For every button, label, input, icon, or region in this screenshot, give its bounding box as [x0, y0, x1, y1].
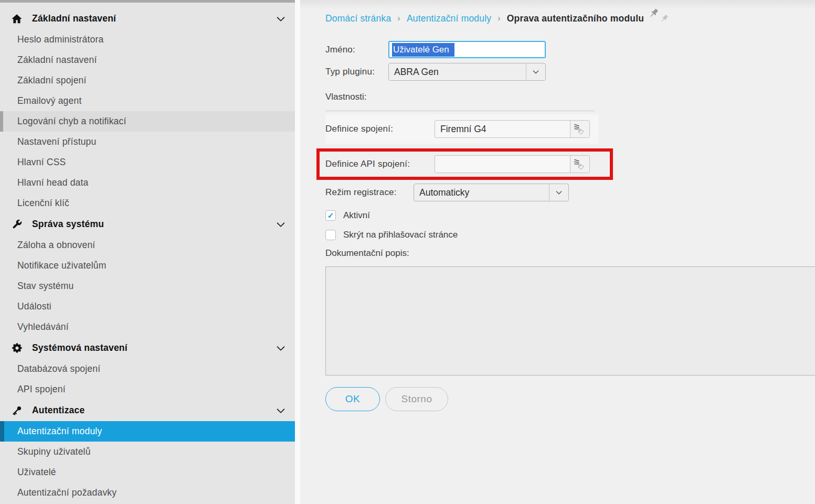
- connection-row: Definice spojení: Firemní G4 ☜: [325, 114, 598, 144]
- connection-field: Firemní G4 ☜: [435, 120, 590, 138]
- registration-mode-select[interactable]: Automaticky: [414, 184, 569, 201]
- chevron-down-icon[interactable]: [275, 342, 287, 354]
- gear-icon: [10, 342, 23, 355]
- api-connection-input[interactable]: [435, 156, 570, 173]
- sidebar-item-label: Autentizační požadavky: [17, 487, 117, 498]
- hand-picker-icon: ☜: [574, 123, 586, 135]
- sidebar-item-uzivatele[interactable]: Uživatelé: [0, 462, 295, 482]
- documentation-textarea[interactable]: [325, 266, 815, 376]
- properties-divider: [325, 111, 595, 111]
- sidebar-gutter: [295, 0, 300, 504]
- ok-button[interactable]: OK: [325, 387, 380, 411]
- properties-label: Vlastnosti:: [325, 92, 815, 102]
- sidebar-item-emailovy-agent[interactable]: Emailový agent: [0, 91, 295, 111]
- name-input-selected-text: Uživatelé Gen: [392, 43, 454, 57]
- sidebar-item-label: Databázová spojení: [17, 363, 100, 374]
- chevron-down-icon[interactable]: [275, 219, 287, 230]
- sidebar-item-label: Notifikace uživatelům: [17, 260, 107, 271]
- pin-icons: [647, 10, 671, 26]
- sidebar-item-label: Záloha a obnovení: [17, 240, 95, 251]
- sidebar-item-label: Skupiny uživatelů: [17, 446, 91, 457]
- active-checkbox-row: Aktivní: [325, 210, 815, 221]
- breadcrumb-section-link[interactable]: Autentizační moduly: [407, 13, 491, 24]
- main-panel: Domácí stránka › Autentizační moduly › O…: [300, 0, 815, 504]
- sidebar-item-label: Základní spojení: [17, 75, 87, 86]
- documentation-label: Dokumentační popis:: [325, 248, 815, 259]
- button-row: OK Storno: [325, 387, 815, 411]
- hide-checkbox[interactable]: [325, 230, 336, 240]
- sidebar-item-autentizacni-moduly[interactable]: Autentizační moduly: [0, 421, 295, 442]
- hand-picker-icon: ☜: [574, 158, 586, 170]
- sidebar-item-logovani-chyb[interactable]: Logování chyb a notifikací: [0, 111, 295, 132]
- sidebar-item-api-spojeni[interactable]: API spojení: [0, 379, 295, 400]
- sidebar-item-heslo-administratora[interactable]: Heslo administrátora: [0, 29, 295, 50]
- sidebar-item-notifikace-uzivatelum[interactable]: Notifikace uživatelům: [0, 255, 295, 276]
- key-icon: [10, 404, 23, 417]
- connection-input[interactable]: Firemní G4: [435, 121, 570, 137]
- name-row: Jméno: Uživatelé Gen: [325, 41, 815, 58]
- section-label: Autentizace: [32, 405, 275, 416]
- chevron-down-icon[interactable]: [275, 13, 287, 25]
- sidebar-item-label: Vyhledávání: [17, 321, 69, 333]
- sidebar-item-label: Logování chyb a notifikací: [17, 116, 126, 127]
- sidebar-item-skupiny-uzivatelu[interactable]: Skupiny uživatelů: [0, 442, 295, 462]
- sidebar-section-zakladni-nastaveni[interactable]: Základní nastavení: [0, 8, 295, 29]
- section-label: Systémová nastavení: [32, 342, 275, 353]
- sidebar-item-hlavni-head-data[interactable]: Hlavní head data: [0, 173, 295, 193]
- select-chevron-icon[interactable]: [549, 184, 568, 201]
- sidebar-item-udalosti[interactable]: Události: [0, 296, 295, 317]
- api-connection-row: Definice API spojení: ☜: [325, 155, 815, 173]
- sidebar-item-hlavni-css[interactable]: Hlavní CSS: [0, 152, 295, 173]
- sidebar-item-label: Hlavní head data: [17, 177, 89, 188]
- sidebar-item-label: Hlavní CSS: [17, 157, 66, 168]
- wrench-icon: [10, 218, 23, 231]
- sidebar-item-label: Události: [17, 301, 51, 312]
- plugin-type-row: Typ pluginu: ABRA Gen: [325, 63, 815, 81]
- breadcrumb: Domácí stránka › Autentizační moduly › O…: [325, 12, 815, 25]
- name-label: Jméno:: [325, 45, 388, 55]
- hide-checkbox-row: Skrýt na přihlašovací stránce: [325, 230, 815, 240]
- registration-mode-row: Režim registrace: Automaticky: [325, 184, 815, 201]
- sidebar-section-autentizace[interactable]: Autentizace: [0, 400, 295, 421]
- sidebar-item-licencni-klic[interactable]: Licenční klíč: [0, 193, 295, 213]
- sidebar-item-label: Nastavení přístupu: [17, 136, 97, 147]
- breadcrumb-separator: ›: [498, 14, 501, 23]
- breadcrumb-separator: ›: [397, 14, 400, 23]
- sidebar-item-label: Licenční klíč: [17, 198, 69, 209]
- section-label: Správa systému: [32, 219, 275, 230]
- chevron-down-icon[interactable]: [275, 405, 287, 416]
- cancel-button[interactable]: Storno: [385, 387, 448, 411]
- home-icon: [10, 13, 23, 25]
- sidebar-item-zaloha-a-obnoveni[interactable]: Záloha a obnovení: [0, 235, 295, 255]
- plugin-type-label: Typ pluginu:: [325, 67, 388, 77]
- sidebar-item-stav-systemu[interactable]: Stav systému: [0, 276, 295, 296]
- sidebar: Základní nastavení Heslo administrátora …: [0, 0, 295, 504]
- svg-text:☜: ☜: [574, 125, 586, 135]
- sidebar-item-vyhledavani[interactable]: Vyhledávání: [0, 317, 295, 337]
- pin-icon[interactable]: [648, 7, 660, 19]
- name-input[interactable]: Uživatelé Gen: [388, 41, 546, 58]
- svg-text:☜: ☜: [574, 160, 586, 170]
- sidebar-item-zakladni-nastaveni[interactable]: Základní nastavení: [0, 50, 295, 70]
- connection-picker-button[interactable]: ☜: [570, 121, 589, 137]
- plugin-type-select[interactable]: ABRA Gen: [388, 63, 546, 81]
- sidebar-item-autentizacni-pozadavky[interactable]: Autentizační požadavky: [0, 482, 295, 503]
- active-checkbox[interactable]: [325, 210, 336, 221]
- breadcrumb-home-link[interactable]: Domácí stránka: [325, 13, 391, 24]
- api-connection-picker-button[interactable]: ☜: [570, 156, 589, 173]
- pin-icon-secondary[interactable]: [660, 14, 669, 23]
- sidebar-item-label: Uživatelé: [17, 467, 56, 478]
- sidebar-item-nastaveni-pristupu[interactable]: Nastavení přístupu: [0, 132, 295, 152]
- select-chevron-icon[interactable]: [526, 63, 545, 80]
- active-checkbox-label: Aktivní: [343, 210, 370, 221]
- sidebar-item-zakladni-spojeni[interactable]: Základní spojení: [0, 70, 295, 91]
- sidebar-section-systemova-nastaveni[interactable]: Systémová nastavení: [0, 337, 295, 359]
- hide-checkbox-label: Skrýt na přihlašovací stránce: [343, 230, 458, 240]
- api-connection-field: ☜: [435, 155, 590, 173]
- sidebar-item-databazova-spojeni[interactable]: Databázová spojení: [0, 359, 295, 379]
- sidebar-section-sprava-systemu[interactable]: Správa systému: [0, 213, 295, 235]
- section-label: Základní nastavení: [32, 13, 275, 24]
- sidebar-item-label: Základní nastavení: [17, 55, 97, 66]
- sidebar-item-label: Heslo administrátora: [17, 34, 103, 45]
- page-title: Oprava autentizačního modulu: [507, 13, 644, 24]
